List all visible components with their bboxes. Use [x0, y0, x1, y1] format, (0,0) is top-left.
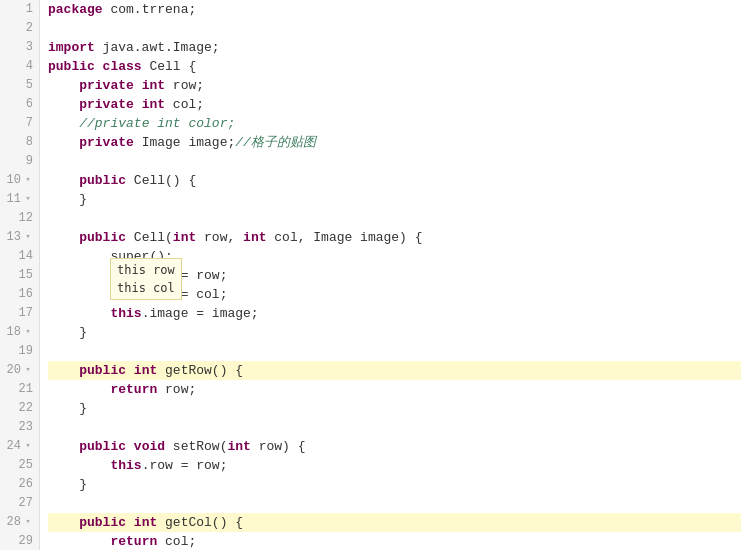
line-number-11: 11▾: [0, 190, 39, 209]
fold-icon-13[interactable]: ▾: [23, 233, 33, 243]
fold-icon-20[interactable]: ▾: [23, 366, 33, 376]
code-line-13: public Cell(int row, int col, Image imag…: [48, 228, 741, 247]
line-number-21: 21: [0, 380, 39, 399]
line-number-29: 29: [0, 532, 39, 550]
line-number-12: 12: [0, 209, 39, 228]
code-line-8: private Image image;//格子的贴图: [48, 133, 741, 152]
line-number-27: 27: [0, 494, 39, 513]
line-number-17: 17: [0, 304, 39, 323]
line-number-28: 28▾: [0, 513, 39, 532]
code-line-26: }: [48, 475, 741, 494]
code-line-3: import java.awt.Image;: [48, 38, 741, 57]
line-number-25: 25: [0, 456, 39, 475]
code-line-14: super();: [48, 247, 741, 266]
code-line-11: }: [48, 190, 741, 209]
code-line-9: [48, 152, 741, 171]
line-numbers: 12345678910▾11▾1213▾1415161718▾1920▾2122…: [0, 0, 40, 550]
line-number-16: 16: [0, 285, 39, 304]
line-number-8: 8: [0, 133, 39, 152]
code-line-2: [48, 19, 741, 38]
line-number-24: 24▾: [0, 437, 39, 456]
code-line-25: this.row = row;: [48, 456, 741, 475]
fold-icon-18[interactable]: ▾: [23, 328, 33, 338]
code-line-7: //private int color;: [48, 114, 741, 133]
code-line-12: [48, 209, 741, 228]
line-number-4: 4: [0, 57, 39, 76]
code-line-21: return row;: [48, 380, 741, 399]
line-number-20: 20▾: [0, 361, 39, 380]
code-line-4: public class Cell {: [48, 57, 741, 76]
code-line-17: this.image = image;: [48, 304, 741, 323]
code-line-23: [48, 418, 741, 437]
line-number-13: 13▾: [0, 228, 39, 247]
code-editor: 12345678910▾11▾1213▾1415161718▾1920▾2122…: [0, 0, 741, 550]
line-number-10: 10▾: [0, 171, 39, 190]
code-line-24: public void setRow(int row) {: [48, 437, 741, 456]
line-number-5: 5: [0, 76, 39, 95]
line-number-6: 6: [0, 95, 39, 114]
code-line-6: private int col;: [48, 95, 741, 114]
line-number-3: 3: [0, 38, 39, 57]
line-number-7: 7: [0, 114, 39, 133]
code-line-19: [48, 342, 741, 361]
line-number-9: 9: [0, 152, 39, 171]
code-line-15: this.row = row;: [48, 266, 741, 285]
fold-icon-28[interactable]: ▾: [23, 518, 33, 528]
line-number-22: 22: [0, 399, 39, 418]
line-number-2: 2: [0, 19, 39, 38]
line-number-19: 19: [0, 342, 39, 361]
code-area[interactable]: package com.trrena; import java.awt.Imag…: [40, 0, 741, 550]
code-line-20: public int getRow() {: [48, 361, 741, 380]
line-number-23: 23: [0, 418, 39, 437]
line-number-18: 18▾: [0, 323, 39, 342]
code-line-1: package com.trrena;: [48, 0, 741, 19]
line-number-14: 14: [0, 247, 39, 266]
code-line-16: this.col = col;: [48, 285, 741, 304]
code-line-5: private int row;: [48, 76, 741, 95]
line-number-15: 15: [0, 266, 39, 285]
code-line-27: [48, 494, 741, 513]
code-line-28: public int getCol() {: [48, 513, 741, 532]
code-line-29: return col;: [48, 532, 741, 550]
fold-icon-11[interactable]: ▾: [23, 195, 33, 205]
fold-icon-10[interactable]: ▾: [23, 176, 33, 186]
code-line-22: }: [48, 399, 741, 418]
line-number-1: 1: [0, 0, 39, 19]
code-line-18: }: [48, 323, 741, 342]
fold-icon-24[interactable]: ▾: [23, 442, 33, 452]
line-number-26: 26: [0, 475, 39, 494]
code-line-10: public Cell() {: [48, 171, 741, 190]
